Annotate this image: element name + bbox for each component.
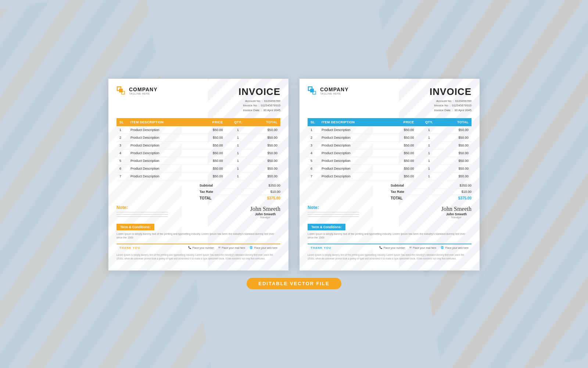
table-row: 3Product Description$50.001$50.00 bbox=[308, 141, 472, 149]
invoice-table-blue: SL Item Description Price Qty. Total 1Pr… bbox=[308, 118, 472, 180]
terms-text-blue: Lorem Ipsum is simply dummy text of the … bbox=[308, 232, 472, 240]
table-row: 5Product Description$50.001$50.00 bbox=[308, 157, 472, 164]
table-row: 6Product Description$50.001$50.00 bbox=[308, 164, 472, 172]
detail-row-account: Account No : 0123456789 bbox=[239, 99, 280, 104]
editable-badge: EDITABLE VECTOR FILE bbox=[247, 278, 341, 289]
detail-row-date-blue: Invoice Date : 30 April 2045 bbox=[430, 108, 472, 113]
th-sl-orange: SL bbox=[116, 118, 128, 126]
footer-phone-blue: 📞 Place your number bbox=[379, 246, 405, 249]
subtotal-row-blue: Subtotal $350.00 bbox=[391, 183, 472, 189]
invoice-orange: COMPANY TAGLINE HERE INVOICE Account No … bbox=[108, 79, 288, 271]
footer-bar-blue: THANK YOU 📞 Place your number ✉ Place yo… bbox=[308, 244, 472, 251]
footer-web-blue: 🌐 Place your web here bbox=[441, 246, 469, 249]
invoice-blue: COMPANY TAGLINE HERE INVOICE Account No … bbox=[300, 79, 480, 271]
detail-row-date: Invoice Date : 30 April 2045 bbox=[239, 108, 280, 113]
thank-you-orange: THANK YOU bbox=[119, 246, 140, 250]
svg-rect-1 bbox=[119, 89, 123, 92]
table-row: 7Product Description$50.001$50.00 bbox=[308, 172, 472, 180]
invoice-header-orange: COMPANY TAGLINE HERE INVOICE Account No … bbox=[116, 86, 280, 113]
footer-contacts-orange: 📞 Place your number ✉ Place your mail he… bbox=[188, 246, 277, 249]
invoice-title-blue: INVOICE bbox=[430, 86, 472, 98]
sig-name-blue: John Smeeth bbox=[441, 212, 472, 216]
tagline-orange: TAGLINE HERE bbox=[129, 92, 158, 95]
table-row: 6Product Description$50.001$50.00 bbox=[116, 164, 280, 172]
note-line-1-orange bbox=[116, 212, 168, 212]
terms-header-blue: Term & Conditions: bbox=[308, 224, 345, 230]
th-total-orange: Total bbox=[250, 118, 280, 126]
logo-icon-blue bbox=[308, 86, 317, 96]
detail-row-invoice-no: Invoice No : 012345678910 bbox=[239, 103, 280, 108]
note-line-2-blue bbox=[308, 214, 359, 215]
th-sl-blue: SL bbox=[308, 118, 319, 126]
table-row: 2Product Description$50.001$50.00 bbox=[116, 134, 280, 141]
invoice-details-orange: Account No : 0123456789 Invoice No : 012… bbox=[239, 99, 280, 113]
invoice-title-block-orange: INVOICE Account No : 0123456789 Invoice … bbox=[239, 86, 280, 113]
company-name-orange: COMPANY bbox=[129, 86, 158, 92]
invoice-table-orange: SL Item Description Price Qty. Total 1Pr… bbox=[116, 118, 280, 180]
sig-cursive-blue: John Smeeth bbox=[441, 206, 472, 212]
invoice-details-blue: Account No : 0123456789 Invoice No : 012… bbox=[430, 99, 472, 113]
terms-header-orange: Term & Conditions: bbox=[116, 224, 154, 230]
logo-icon-orange bbox=[116, 86, 126, 96]
signature-block-orange: John Smeeth John Smeeth Manager bbox=[250, 206, 280, 219]
footer-bar-orange: THANK YOU 📞 Place your number ✉ Place yo… bbox=[116, 244, 280, 251]
totals-blue: Subtotal $350.00 Tax Rate $10.00 TOTAL $… bbox=[308, 183, 472, 201]
table-row: 7Product Description$50.001$50.00 bbox=[116, 172, 280, 180]
grand-total-row-blue: TOTAL $375.00 bbox=[391, 195, 472, 201]
invoice-title-orange: INVOICE bbox=[239, 86, 280, 98]
th-qty-orange: Qty. bbox=[226, 118, 250, 126]
company-name-blue: COMPANY bbox=[320, 86, 349, 92]
bottom-badge-container: EDITABLE VECTOR FILE bbox=[247, 278, 341, 289]
footer-bottom-text-orange: Lorem Ipsum is simply dummy text of the … bbox=[116, 253, 280, 263]
sig-cursive-orange: John Smeeth bbox=[250, 206, 280, 212]
tax-row-blue: Tax Rate $10.00 bbox=[391, 189, 472, 195]
table-row: 3Product Description$50.001$50.00 bbox=[116, 141, 280, 149]
note-block-orange: Note: bbox=[116, 205, 207, 219]
tagline-blue: TAGLINE HERE bbox=[320, 92, 349, 95]
footer-email-blue: ✉ Place your mail here bbox=[409, 246, 436, 249]
totals-table-blue: Subtotal $350.00 Tax Rate $10.00 TOTAL $… bbox=[391, 183, 472, 201]
th-price-orange: Price bbox=[197, 118, 226, 126]
note-line-2-orange bbox=[116, 214, 168, 215]
table-row: 2Product Description$50.001$50.00 bbox=[308, 134, 472, 141]
note-line-3-orange bbox=[116, 216, 168, 217]
footer-email-orange: ✉ Place your mail here bbox=[218, 246, 245, 249]
table-row: 4Product Description$50.001$50.00 bbox=[308, 149, 472, 157]
th-desc-blue: Item Description bbox=[319, 118, 388, 126]
note-sig-orange: Note: John Smeeth John Smeeth Manager bbox=[116, 205, 280, 219]
th-total-blue: Total bbox=[441, 118, 472, 126]
company-text-orange: COMPANY TAGLINE HERE bbox=[129, 86, 158, 95]
invoice-header-blue: COMPANY TAGLINE HERE INVOICE Account No … bbox=[308, 86, 472, 113]
note-block-blue: Note: bbox=[308, 205, 398, 219]
note-label-blue: Note: bbox=[308, 205, 398, 210]
footer-web-orange: 🌐 Place your web here bbox=[250, 246, 277, 249]
detail-row-invoice-no-blue: Invoice No : 012345678910 bbox=[430, 103, 472, 108]
terms-text-orange: Lorem Ipsum is simply dummy text of the … bbox=[116, 232, 280, 240]
svg-rect-4 bbox=[310, 89, 314, 92]
footer-phone-orange: 📞 Place your number bbox=[188, 246, 214, 249]
tax-row-orange: Tax Rate $10.00 bbox=[200, 189, 280, 195]
invoice-title-block-blue: INVOICE Account No : 0123456789 Invoice … bbox=[430, 86, 472, 113]
subtotal-row-orange: Subtotal $350.00 bbox=[200, 183, 280, 189]
note-label-orange: Note: bbox=[116, 205, 207, 210]
note-line-3-blue bbox=[308, 216, 359, 217]
footer-bottom-text-blue: Lorem Ipsum is simply dummy text of the … bbox=[308, 253, 472, 263]
sig-name-orange: John Smeeth bbox=[250, 212, 280, 216]
table-row: 4Product Description$50.001$50.00 bbox=[116, 149, 280, 157]
terms-blue: Term & Conditions: Lorem Ipsum is simply… bbox=[308, 223, 472, 240]
signature-block-blue: John Smeeth John Smeeth Manager bbox=[441, 206, 472, 219]
grand-total-row-orange: TOTAL $375.00 bbox=[200, 195, 280, 201]
company-logo-blue: COMPANY TAGLINE HERE bbox=[308, 86, 349, 96]
sig-title-orange: Manager bbox=[250, 216, 280, 219]
note-line-1-blue bbox=[308, 212, 359, 212]
table-row: 1Product Description$50.001$50.00 bbox=[116, 126, 280, 134]
sig-title-blue: Manager bbox=[441, 216, 472, 219]
company-text-blue: COMPANY TAGLINE HERE bbox=[320, 86, 349, 95]
th-qty-blue: Qty. bbox=[417, 118, 441, 126]
table-row: 5Product Description$50.001$50.00 bbox=[116, 157, 280, 164]
note-sig-blue: Note: John Smeeth John Smeeth Manager bbox=[308, 205, 472, 219]
company-logo-orange: COMPANY TAGLINE HERE bbox=[116, 86, 158, 96]
footer-contacts-blue: 📞 Place your number ✉ Place your mail he… bbox=[379, 246, 469, 249]
thank-you-blue: THANK YOU bbox=[311, 246, 331, 250]
detail-row-account-blue: Account No : 0123456789 bbox=[430, 99, 472, 104]
